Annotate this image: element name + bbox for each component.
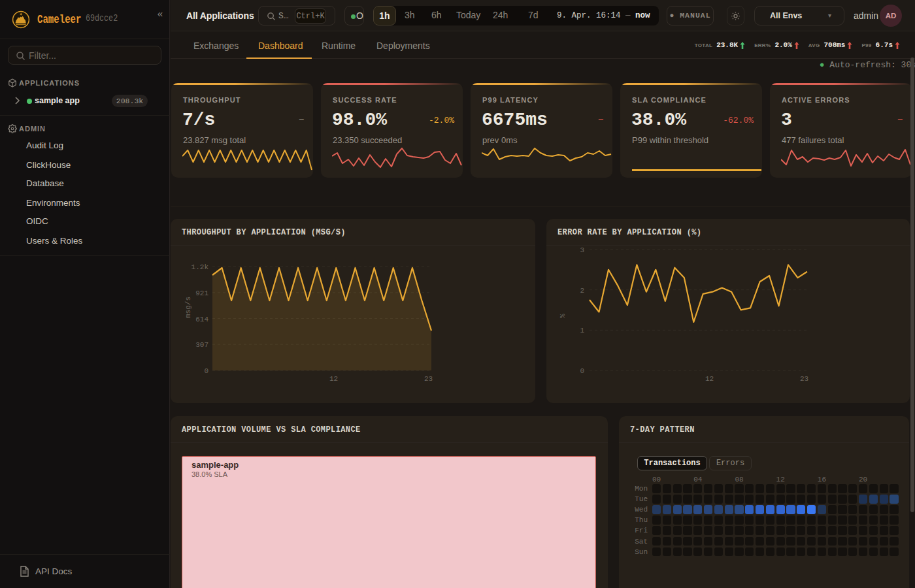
svg-text:307: 307 xyxy=(195,341,208,349)
svg-text:0: 0 xyxy=(204,367,208,375)
svg-text:2: 2 xyxy=(580,287,584,295)
svg-text:1: 1 xyxy=(580,327,584,335)
svg-text:msg/s: msg/s xyxy=(184,297,192,318)
svg-text:%: % xyxy=(559,314,567,318)
svg-text:0: 0 xyxy=(580,367,584,375)
svg-text:921: 921 xyxy=(195,289,208,297)
svg-text:12: 12 xyxy=(329,375,338,383)
svg-text:3: 3 xyxy=(580,246,584,254)
svg-text:23: 23 xyxy=(424,375,433,383)
svg-text:23: 23 xyxy=(800,375,808,383)
svg-text:614: 614 xyxy=(195,316,208,323)
svg-text:1.2k: 1.2k xyxy=(191,263,209,271)
svg-text:12: 12 xyxy=(705,375,714,383)
